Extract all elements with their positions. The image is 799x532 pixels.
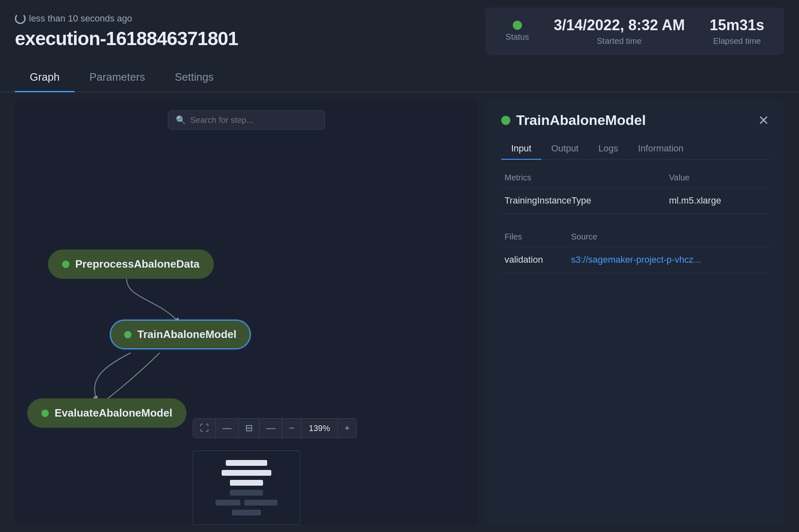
detail-tab-output[interactable]: Output [541,138,588,160]
node-evaluate[interactable]: EvaluateAbaloneModel [27,398,187,428]
detail-title: TrainAbaloneModel [501,112,646,128]
main-content: 🔍 PreprocessAbaloneData TrainAbaloneMo [0,92,799,532]
node-preprocess[interactable]: PreprocessAbaloneData [48,249,214,279]
zoom-sm-btn[interactable]: ― [216,419,239,438]
metrics-col-header: Metrics [501,168,666,188]
detail-panel: TrainAbaloneModel ✕ Input Output Logs In… [486,101,784,525]
mini-map [193,451,300,525]
detail-tab-logs[interactable]: Logs [588,138,628,160]
started-time-label: Started time [597,36,642,46]
zoom-minus-btn[interactable]: − [282,419,301,438]
files-row-1-source[interactable]: s3://sagemaker-project-p-vhcz... [568,247,769,273]
files-table: Files Source validation s3://sagemaker-p… [501,227,769,273]
search-input[interactable] [190,115,317,125]
files-row-1-file: validation [501,247,568,273]
zoom-fit2-btn[interactable]: ⊟ [239,419,260,438]
mini-map-bar-3 [230,480,263,486]
node-train-dot [124,331,132,338]
metrics-row-1-value: ml.m5.xlarge [666,188,769,214]
files-col-header: Files [501,227,568,247]
zoom-plus-btn[interactable]: + [338,419,356,438]
files-row-1: validation s3://sagemaker-project-p-vhcz… [501,247,769,273]
detail-tabs: Input Output Logs Information [501,138,769,160]
mini-map-bar-1 [226,460,267,466]
refresh-icon[interactable] [15,13,26,24]
value-col-header: Value [666,168,769,188]
refresh-bar: less than 10 seconds ago [15,13,238,24]
node-evaluate-dot [41,410,49,417]
zoom-controls: ⛶ ― ⊟ ― − 139% + [193,418,357,438]
search-icon: 🔍 [176,115,186,125]
metrics-row-1: TrainingInstanceType ml.m5.xlarge [501,188,769,214]
node-train[interactable]: TrainAbaloneModel [110,320,251,349]
zoom-level: 139% [301,419,338,437]
source-col-header: Source [568,227,769,247]
mini-map-bar-2 [222,470,271,476]
node-train-label: TrainAbaloneModel [137,328,237,341]
header: less than 10 seconds ago execution-16188… [0,0,799,59]
status-green-dot [513,21,522,30]
mini-map-bar-7 [232,510,261,515]
elapsed-time-label: Elapsed time [713,36,761,46]
elapsed-time-value: 15m31s [710,17,764,34]
status-label: Status [505,32,529,42]
metrics-table: Metrics Value TrainingInstanceType ml.m5… [501,168,769,214]
header-left: less than 10 seconds ago execution-16188… [15,13,238,50]
detail-tab-input[interactable]: Input [501,138,541,160]
graph-panel: 🔍 PreprocessAbaloneData TrainAbaloneMo [15,101,478,525]
status-item-elapsed: 15m31s Elapsed time [710,17,764,46]
tab-settings[interactable]: Settings [160,63,229,92]
node-preprocess-label: PreprocessAbaloneData [75,258,200,271]
detail-title-dot [501,116,510,125]
node-evaluate-label: EvaluateAbaloneModel [55,407,172,419]
zoom-out-btn[interactable]: ― [260,419,282,438]
main-tabs: Graph Parameters Settings [0,63,799,92]
refresh-text: less than 10 seconds ago [29,13,132,24]
metrics-row-1-metric: TrainingInstanceType [501,188,666,214]
status-item-started: 3/14/2022, 8:32 AM Started time [554,17,685,46]
tab-graph[interactable]: Graph [15,63,74,92]
node-preprocess-dot [62,261,69,268]
mini-map-bar-4 [230,490,263,496]
detail-title-text: TrainAbaloneModel [516,112,646,128]
search-bar[interactable]: 🔍 [168,110,325,129]
status-value-dot [513,21,522,30]
status-card: Status 3/14/2022, 8:32 AM Started time 1… [486,7,784,55]
status-item-status: Status [505,21,529,42]
zoom-fit-btn[interactable]: ⛶ [193,419,216,438]
detail-tab-information[interactable]: Information [628,138,694,160]
started-time-value: 3/14/2022, 8:32 AM [554,17,685,34]
execution-title: execution-1618846371801 [15,27,238,50]
tab-parameters[interactable]: Parameters [74,63,160,92]
mini-map-bar-6 [244,500,277,506]
detail-header: TrainAbaloneModel ✕ [501,112,769,128]
close-btn[interactable]: ✕ [758,113,769,128]
mini-map-bar-5 [215,500,240,506]
